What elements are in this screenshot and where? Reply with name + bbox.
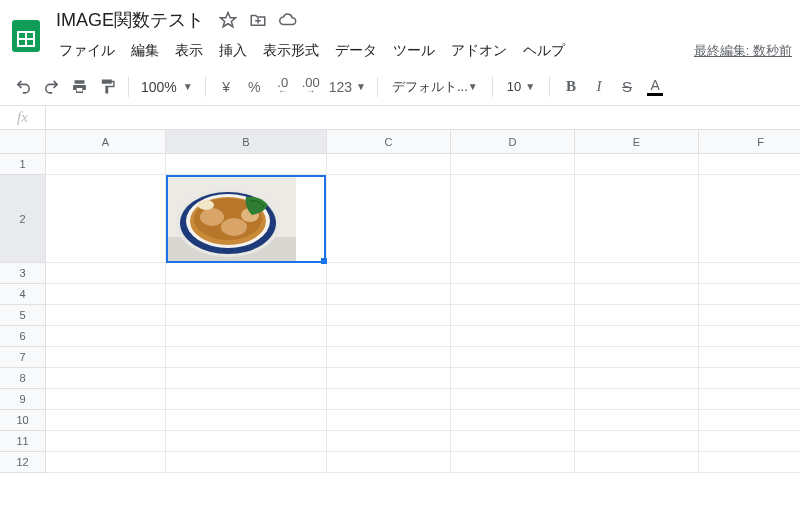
redo-button[interactable]	[38, 74, 64, 100]
cell[interactable]	[327, 452, 451, 473]
cell[interactable]	[699, 431, 800, 452]
cell[interactable]	[699, 389, 800, 410]
cell[interactable]	[46, 326, 166, 347]
cell[interactable]	[451, 431, 575, 452]
formula-input[interactable]	[46, 106, 800, 129]
currency-format-button[interactable]: ¥	[214, 74, 240, 100]
cell[interactable]	[575, 452, 699, 473]
cell[interactable]	[327, 389, 451, 410]
menu-tools[interactable]: ツール	[386, 38, 442, 64]
cell[interactable]	[46, 431, 166, 452]
row-header-3[interactable]: 3	[0, 263, 46, 284]
cell[interactable]	[46, 154, 166, 175]
cell[interactable]	[327, 368, 451, 389]
cell[interactable]	[451, 154, 575, 175]
row-header-7[interactable]: 7	[0, 347, 46, 368]
increase-decimal-button[interactable]: .00→	[298, 74, 324, 100]
cell[interactable]	[451, 347, 575, 368]
cell[interactable]	[451, 284, 575, 305]
cell[interactable]	[166, 368, 327, 389]
col-header-f[interactable]: F	[699, 130, 800, 154]
cell[interactable]	[327, 305, 451, 326]
cell[interactable]	[327, 263, 451, 284]
cell[interactable]	[575, 431, 699, 452]
document-title[interactable]: IMAGE関数テスト	[52, 6, 208, 34]
menu-addons[interactable]: アドオン	[444, 38, 514, 64]
cell[interactable]	[699, 347, 800, 368]
last-edit-link[interactable]: 最終編集: 数秒前	[694, 42, 792, 60]
cell[interactable]	[451, 452, 575, 473]
star-icon[interactable]	[218, 10, 238, 30]
cell[interactable]	[575, 326, 699, 347]
italic-button[interactable]: I	[586, 74, 612, 100]
col-header-b[interactable]: B	[166, 130, 327, 154]
cell[interactable]	[699, 326, 800, 347]
cell[interactable]	[166, 389, 327, 410]
fill-handle[interactable]	[321, 258, 327, 264]
cell[interactable]	[327, 284, 451, 305]
cell[interactable]	[327, 326, 451, 347]
cell[interactable]	[166, 284, 327, 305]
sheets-logo[interactable]	[6, 10, 46, 62]
cell[interactable]	[46, 389, 166, 410]
cell[interactable]	[575, 389, 699, 410]
row-header-8[interactable]: 8	[0, 368, 46, 389]
cell[interactable]	[699, 452, 800, 473]
paint-format-button[interactable]	[94, 74, 120, 100]
col-header-d[interactable]: D	[451, 130, 575, 154]
cell[interactable]	[166, 347, 327, 368]
row-header-4[interactable]: 4	[0, 284, 46, 305]
cell[interactable]	[699, 305, 800, 326]
cell[interactable]	[166, 410, 327, 431]
cell[interactable]	[699, 175, 800, 263]
cell[interactable]	[575, 368, 699, 389]
zoom-select[interactable]: 100%▼	[137, 79, 197, 95]
decrease-decimal-button[interactable]: .0←	[270, 74, 296, 100]
cell[interactable]	[699, 263, 800, 284]
cell[interactable]	[575, 263, 699, 284]
cell[interactable]	[575, 410, 699, 431]
percent-format-button[interactable]: %	[242, 74, 268, 100]
cell[interactable]	[46, 347, 166, 368]
row-header-6[interactable]: 6	[0, 326, 46, 347]
cell[interactable]	[327, 154, 451, 175]
row-header-11[interactable]: 11	[0, 431, 46, 452]
text-color-button[interactable]: A	[642, 74, 668, 100]
menu-insert[interactable]: 挿入	[212, 38, 254, 64]
cell[interactable]	[46, 284, 166, 305]
cell[interactable]	[575, 175, 699, 263]
cell[interactable]	[451, 326, 575, 347]
col-header-e[interactable]: E	[575, 130, 699, 154]
cloud-status-icon[interactable]	[278, 10, 298, 30]
cell[interactable]	[451, 263, 575, 284]
select-all-corner[interactable]	[0, 130, 46, 154]
cell[interactable]	[166, 431, 327, 452]
cell[interactable]	[46, 368, 166, 389]
cell[interactable]	[575, 347, 699, 368]
cell[interactable]	[327, 347, 451, 368]
bold-button[interactable]: B	[558, 74, 584, 100]
row-header-1[interactable]: 1	[0, 154, 46, 175]
cell[interactable]	[451, 368, 575, 389]
row-header-5[interactable]: 5	[0, 305, 46, 326]
cell[interactable]	[166, 452, 327, 473]
cell[interactable]	[451, 305, 575, 326]
cell[interactable]	[699, 368, 800, 389]
cell[interactable]	[575, 284, 699, 305]
cell[interactable]	[699, 410, 800, 431]
print-button[interactable]	[66, 74, 92, 100]
cell[interactable]	[451, 410, 575, 431]
strikethrough-button[interactable]: S	[614, 74, 640, 100]
font-family-select[interactable]: デフォルト...▼	[386, 78, 484, 96]
row-header-12[interactable]: 12	[0, 452, 46, 473]
cell[interactable]	[327, 410, 451, 431]
cell[interactable]	[46, 452, 166, 473]
menu-view[interactable]: 表示	[168, 38, 210, 64]
cell[interactable]	[327, 175, 451, 263]
cell[interactable]	[327, 431, 451, 452]
menu-edit[interactable]: 編集	[124, 38, 166, 64]
menu-data[interactable]: データ	[328, 38, 384, 64]
row-header-10[interactable]: 10	[0, 410, 46, 431]
cell[interactable]	[575, 305, 699, 326]
cell[interactable]	[699, 284, 800, 305]
